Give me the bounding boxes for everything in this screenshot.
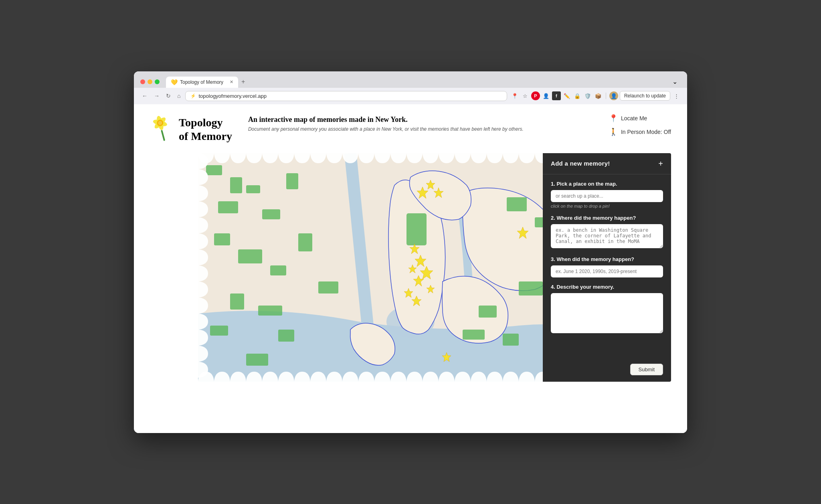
url-text: topologyofmemory.vercel.app xyxy=(198,93,267,99)
logo-section: Topology of Memory xyxy=(150,114,232,145)
active-tab[interactable]: 💛 Topology of Memory ✕ xyxy=(166,77,238,88)
svg-rect-11 xyxy=(206,165,222,175)
header-main-title: An interactive map of memories made in N… xyxy=(248,115,593,124)
form-step-3: 3. When did the memory happen? xyxy=(551,256,663,277)
minimize-button[interactable] xyxy=(148,79,152,84)
bookmark-icon[interactable]: ☆ xyxy=(521,91,530,100)
locate-me-button[interactable]: 📍 Locate Me xyxy=(609,114,671,123)
svg-rect-25 xyxy=(210,326,228,336)
form-step-4: 4. Describe your memory. xyxy=(551,284,663,335)
svg-rect-24 xyxy=(278,330,294,342)
svg-rect-27 xyxy=(507,197,527,211)
header-description: An interactive map of memories made in N… xyxy=(248,114,593,132)
step3-label: 3. When did the memory happen? xyxy=(551,256,663,262)
address-bar[interactable]: ⚡ topologyofmemory.vercel.app xyxy=(185,91,507,101)
svg-rect-17 xyxy=(214,233,230,245)
svg-rect-26 xyxy=(246,354,268,366)
svg-rect-20 xyxy=(298,233,312,251)
map-container: Add a new memory! + 1. Pick a place on t… xyxy=(150,153,671,382)
pinterest-icon[interactable]: P xyxy=(531,91,540,100)
refresh-button[interactable]: ↻ xyxy=(164,92,172,100)
panel-close-button[interactable]: + xyxy=(658,160,663,168)
tab-favicon: 💛 xyxy=(171,79,178,85)
svg-rect-10 xyxy=(406,213,427,245)
navigation-bar: ← → ↻ ⌂ ⚡ topologyofmemory.vercel.app 📍 … xyxy=(134,88,687,104)
home-button[interactable]: ⌂ xyxy=(176,92,182,100)
header-subtitle: Document any personal memory you associa… xyxy=(248,126,593,132)
app-header: Topology of Memory An interactive map of… xyxy=(134,104,687,153)
security-icon: ⚡ xyxy=(190,93,196,99)
panel-body: 1. Pick a place on the map. click on the… xyxy=(543,174,671,359)
person-icon: 🚶 xyxy=(609,128,618,136)
svg-rect-0 xyxy=(161,130,165,141)
extension-icon-1[interactable]: 👤 xyxy=(542,91,550,100)
close-button[interactable] xyxy=(140,79,145,84)
svg-rect-23 xyxy=(230,293,244,310)
panel-header: Add a new memory! + xyxy=(543,153,671,174)
location-pin-icon: 📍 xyxy=(609,114,618,123)
step2-label: 2. Where did the memory happen? xyxy=(551,215,663,221)
nav-actions: 📍 ☆ P 👤 f ✏️ 🔒 🛡️ 📦 👤 Relaunch to update… xyxy=(510,91,681,101)
extension-icon-2[interactable]: f xyxy=(552,91,561,100)
svg-rect-16 xyxy=(286,173,298,189)
title-bar: 💛 Topology of Memory ✕ + ⌄ xyxy=(134,71,687,88)
step1-hint: click on the map to drop a pin! xyxy=(551,204,663,208)
tab-dropdown-icon[interactable]: ⌄ xyxy=(669,76,681,87)
relaunch-button[interactable]: Relaunch to update xyxy=(620,91,670,101)
extension-icon-6[interactable]: 📦 xyxy=(594,91,603,100)
svg-rect-18 xyxy=(238,249,262,263)
maximize-button[interactable] xyxy=(155,79,160,84)
browser-window: 💛 Topology of Memory ✕ + ⌄ ← → ↻ ⌂ ⚡ top… xyxy=(134,71,687,433)
profile-avatar[interactable]: 👤 xyxy=(609,91,618,100)
traffic-lights xyxy=(140,79,160,84)
location-icon[interactable]: 📍 xyxy=(510,91,519,100)
svg-rect-19 xyxy=(270,265,286,275)
svg-rect-12 xyxy=(230,177,242,193)
menu-icon[interactable]: ⋮ xyxy=(672,91,681,100)
app-content: Topology of Memory An interactive map of… xyxy=(134,104,687,433)
extension-icon-5[interactable]: 🛡️ xyxy=(583,91,592,100)
svg-rect-36 xyxy=(463,330,485,340)
memory-date-input[interactable] xyxy=(551,265,663,277)
map-visual[interactable]: Add a new memory! + 1. Pick a place on t… xyxy=(150,153,671,382)
form-step-1: 1. Pick a place on the map. click on the… xyxy=(551,181,663,208)
browser-chrome: 💛 Topology of Memory ✕ + ⌄ ← → ↻ ⌂ ⚡ top… xyxy=(134,71,687,104)
header-actions: 📍 Locate Me 🚶 In Person Mode: Off xyxy=(609,114,671,136)
back-button[interactable]: ← xyxy=(140,92,149,100)
svg-rect-34 xyxy=(519,281,543,296)
step1-label: 1. Pick a place on the map. xyxy=(551,181,663,187)
submit-button[interactable]: Submit xyxy=(630,364,663,375)
side-panel: Add a new memory! + 1. Pick a place on t… xyxy=(543,153,671,382)
memory-location-textarea[interactable] xyxy=(551,224,663,248)
new-tab-button[interactable]: + xyxy=(238,77,248,87)
in-person-mode-button[interactable]: 🚶 In Person Mode: Off xyxy=(609,128,671,136)
extension-icon-4[interactable]: 🔒 xyxy=(573,91,582,100)
locate-me-label: Locate Me xyxy=(621,115,647,121)
divider xyxy=(606,93,606,99)
tab-close-icon[interactable]: ✕ xyxy=(230,79,233,85)
logo-flower-icon xyxy=(150,114,174,145)
logo-text: Topology of Memory xyxy=(179,116,232,143)
svg-rect-21 xyxy=(318,281,338,293)
svg-rect-13 xyxy=(218,201,238,213)
tab-bar: 💛 Topology of Memory ✕ + ⌄ xyxy=(166,76,681,88)
memory-description-textarea[interactable] xyxy=(551,293,663,333)
tab-title: Topology of Memory xyxy=(180,79,223,85)
form-step-2: 2. Where did the memory happen? xyxy=(551,215,663,250)
panel-footer: Submit xyxy=(543,359,671,382)
svg-rect-35 xyxy=(479,306,497,318)
svg-rect-14 xyxy=(246,185,260,193)
in-person-mode-label: In Person Mode: Off xyxy=(621,129,671,135)
svg-rect-15 xyxy=(262,209,280,219)
place-search-input[interactable] xyxy=(551,190,663,202)
extension-icon-3[interactable]: ✏️ xyxy=(562,91,571,100)
panel-title: Add a new memory! xyxy=(551,160,610,167)
forward-button[interactable]: → xyxy=(152,92,161,100)
svg-rect-37 xyxy=(503,334,519,346)
step4-label: 4. Describe your memory. xyxy=(551,284,663,290)
svg-rect-22 xyxy=(258,306,282,316)
